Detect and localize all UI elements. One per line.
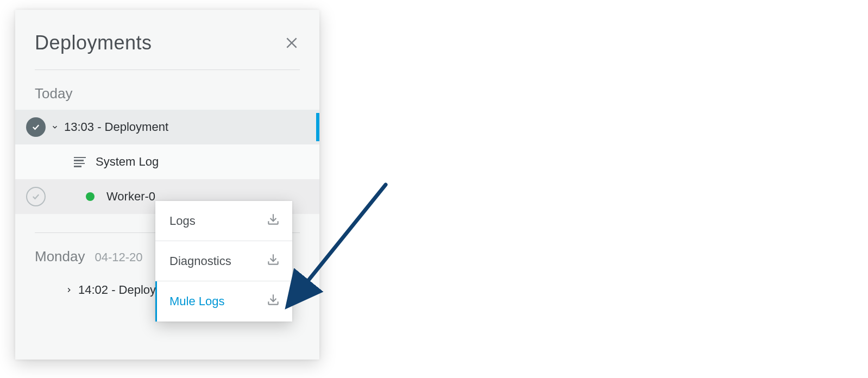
selection-accent [316,113,319,141]
worker-label: Worker-0 [106,190,155,204]
menu-item-mule-logs[interactable]: Mule Logs [155,281,292,322]
menu-item-logs-label: Logs [169,214,196,228]
status-pending-icon [26,187,46,206]
section-monday-label: Monday [35,248,85,265]
close-icon [285,36,299,50]
deployment-row-today[interactable]: 13:03 - Deployment [15,110,319,144]
log-lines-icon [74,156,86,168]
menu-item-diagnostics-label: Diagnostics [169,254,231,268]
download-icon [266,293,280,310]
close-button[interactable] [284,35,300,51]
worker-context-menu: Logs Diagnostics Mule Logs [155,201,292,322]
download-icon [266,212,280,230]
panel-title: Deployments [35,32,152,54]
system-log-row[interactable]: System Log [15,144,319,179]
menu-item-logs[interactable]: Logs [155,201,292,241]
menu-item-mule-logs-label: Mule Logs [169,294,225,308]
section-monday-date: 04-12-20 [95,250,143,264]
status-success-icon [26,117,46,137]
system-log-label: System Log [96,155,159,169]
download-icon [266,253,280,270]
menu-item-diagnostics[interactable]: Diagnostics [155,241,292,281]
panel-header: Deployments [15,10,319,70]
chevron-down-icon [51,123,59,131]
chevron-right-icon [65,286,73,294]
status-dot-green [86,192,95,201]
section-today-label: Today [15,70,319,110]
deployment-row-label: 13:03 - Deployment [64,120,168,134]
